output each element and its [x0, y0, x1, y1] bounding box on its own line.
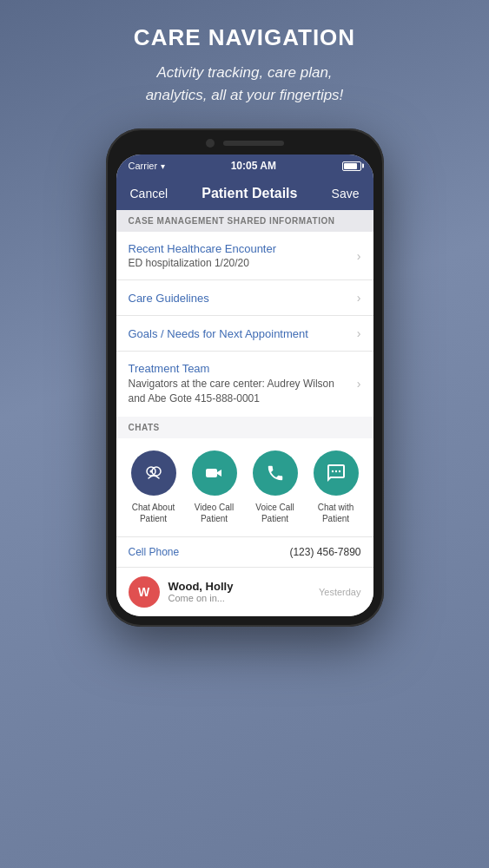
- chat-about-patient-icon: [131, 450, 176, 496]
- voice-call-patient-button[interactable]: Voice Call Patient: [248, 450, 303, 524]
- phone-speaker: [223, 141, 284, 146]
- treatment-team-subtitle: Navigators at the care center: Audrey Wi…: [129, 377, 350, 406]
- voice-call-patient-label: Voice Call Patient: [248, 502, 303, 524]
- goals-needs-title: Goals / Needs for Next Appointment: [129, 327, 350, 340]
- recent-healthcare-content: Recent Healthcare Encounter ED hospitali…: [129, 242, 350, 269]
- status-right: [342, 161, 361, 171]
- cell-phone-row[interactable]: Cell Phone (123) 456-7890: [116, 537, 373, 568]
- recent-healthcare-subtitle: ED hospitalization 1/20/20: [129, 257, 350, 269]
- app-title: CARE NAVIGATION: [134, 24, 355, 51]
- carrier-label: Carrier: [129, 161, 158, 171]
- wifi-icon: ▾: [161, 161, 165, 171]
- svg-point-1: [152, 467, 161, 476]
- page-header: CARE NAVIGATION Activity tracking, care …: [116, 0, 373, 120]
- chat-about-patient-label: Chat About Patient: [126, 502, 182, 524]
- svg-point-6: [338, 470, 340, 471]
- cancel-button[interactable]: Cancel: [130, 187, 169, 201]
- svg-rect-3: [206, 469, 217, 477]
- recent-chat-content: Wood, Holly Come on in...: [169, 580, 310, 603]
- treatment-team-item[interactable]: Treatment Team Navigators at the care ce…: [116, 352, 373, 417]
- nav-title: Patient Details: [202, 186, 297, 201]
- chats-grid: Chat About Patient Video Call Patient: [116, 438, 373, 537]
- goals-needs-content: Goals / Needs for Next Appointment: [129, 327, 350, 340]
- video-call-patient-button[interactable]: Video Call Patient: [187, 450, 242, 524]
- recent-chat-name: Wood, Holly: [169, 580, 310, 593]
- svg-point-5: [334, 470, 336, 471]
- chevron-icon: ›: [357, 249, 361, 263]
- phone-shell: Carrier ▾ 10:05 AM Cancel Patient Detail…: [106, 128, 384, 627]
- status-bar: Carrier ▾ 10:05 AM: [116, 155, 373, 177]
- chat-about-patient-button[interactable]: Chat About Patient: [126, 450, 182, 524]
- app-subtitle: Activity tracking, care plan,analytics, …: [134, 62, 355, 106]
- status-time: 10:05 AM: [231, 160, 276, 172]
- recent-chat-avatar: W: [129, 576, 160, 608]
- recent-healthcare-title: Recent Healthcare Encounter: [129, 242, 350, 255]
- save-button[interactable]: Save: [332, 187, 360, 201]
- chevron-icon: ›: [357, 377, 361, 391]
- cell-phone-number: (123) 456-7890: [289, 546, 360, 558]
- svg-point-4: [331, 470, 333, 471]
- status-left: Carrier ▾: [129, 161, 166, 171]
- care-guidelines-title: Care Guidelines: [129, 292, 350, 305]
- battery-icon: [342, 161, 361, 171]
- recent-healthcare-encounter-item[interactable]: Recent Healthcare Encounter ED hospitali…: [116, 232, 373, 280]
- chevron-icon: ›: [357, 291, 361, 305]
- recent-chat-time: Yesterday: [319, 587, 361, 597]
- video-call-icon: [192, 450, 237, 496]
- chat-with-patient-icon: [314, 450, 359, 496]
- cell-phone-label: Cell Phone: [129, 546, 180, 558]
- recent-chat-preview: Come on in...: [169, 593, 310, 603]
- voice-call-icon: [253, 450, 298, 496]
- chat-with-patient-button[interactable]: Chat with Patient: [308, 450, 364, 524]
- video-call-patient-label: Video Call Patient: [187, 502, 242, 524]
- phone-top-row: [116, 139, 373, 148]
- chats-section-header: CHATS: [116, 417, 373, 438]
- phone-screen: Carrier ▾ 10:05 AM Cancel Patient Detail…: [116, 155, 373, 616]
- chevron-icon: ›: [357, 326, 361, 340]
- battery-fill: [344, 163, 357, 169]
- svg-point-2: [149, 470, 152, 472]
- treatment-team-title: Treatment Team: [129, 362, 350, 375]
- avatar-initials: W: [138, 585, 149, 599]
- care-guidelines-item[interactable]: Care Guidelines ›: [116, 280, 373, 316]
- nav-bar: Cancel Patient Details Save: [116, 177, 373, 210]
- treatment-team-content: Treatment Team Navigators at the care ce…: [129, 362, 350, 406]
- case-management-section-header: CASE MANAGEMENT SHARED INFORMATION: [116, 210, 373, 232]
- recent-chat-row[interactable]: W Wood, Holly Come on in... Yesterday: [116, 568, 373, 616]
- phone-camera: [206, 139, 215, 148]
- goals-needs-item[interactable]: Goals / Needs for Next Appointment ›: [116, 316, 373, 352]
- care-guidelines-content: Care Guidelines: [129, 292, 350, 305]
- chat-with-patient-label: Chat with Patient: [308, 502, 364, 524]
